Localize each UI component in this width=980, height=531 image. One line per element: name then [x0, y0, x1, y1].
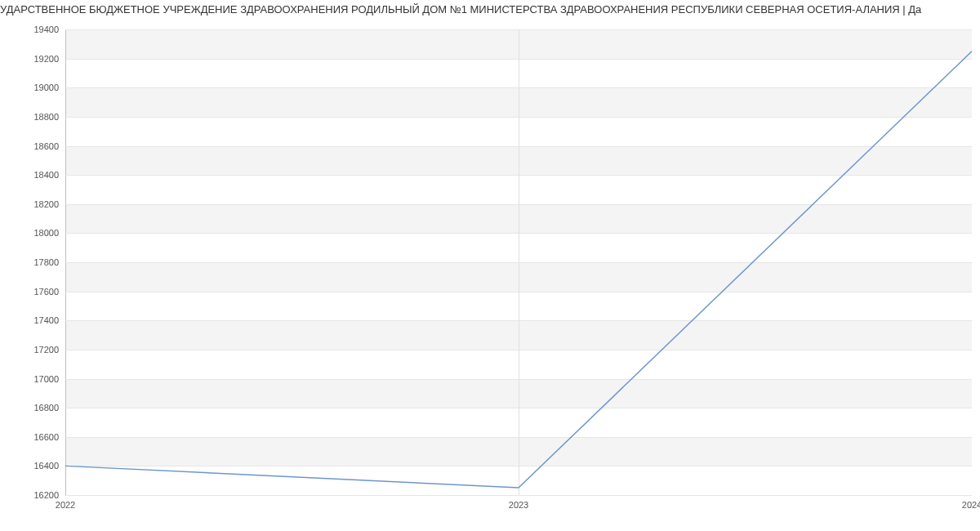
x-tick-label: 2022 [56, 500, 75, 510]
y-gridline [65, 495, 972, 496]
y-tick-label: 17600 [33, 287, 59, 297]
y-tick-label: 18200 [33, 199, 59, 209]
y-tick-label: 19000 [33, 83, 59, 92]
y-tick-label: 17400 [33, 315, 59, 325]
x-tick-label: 2023 [509, 500, 528, 510]
y-tick-label: 18000 [33, 228, 59, 238]
y-tick-label: 16800 [33, 403, 59, 413]
y-tick-label: 19200 [33, 54, 59, 64]
y-tick-label: 18400 [33, 170, 59, 180]
y-tick-label: 17200 [33, 345, 59, 355]
x-tick-label: 2024 [962, 500, 980, 510]
y-tick-label: 17800 [33, 257, 59, 267]
y-tick-label: 16200 [33, 490, 59, 500]
line-series [65, 29, 972, 495]
y-tick-label: 17000 [33, 374, 59, 384]
series-line [65, 51, 972, 488]
y-tick-label: 16600 [33, 432, 59, 442]
y-tick-label: 18600 [33, 141, 59, 151]
y-tick-label: 19400 [33, 25, 59, 34]
plot-area [65, 29, 972, 496]
y-tick-label: 18800 [33, 112, 59, 122]
chart-title: УДАРСТВЕННОЕ БЮДЖЕТНОЕ УЧРЕЖДЕНИЕ ЗДРАВО… [0, 3, 980, 16]
y-tick-label: 16400 [33, 461, 59, 471]
